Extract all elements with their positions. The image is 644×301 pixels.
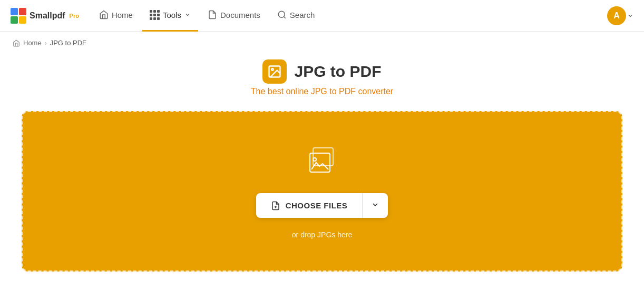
- tool-icon-wrap: [262, 59, 287, 84]
- user-avatar: A: [607, 6, 626, 25]
- pro-badge: Pro: [70, 13, 79, 19]
- choose-files-button[interactable]: CHOOSE FILES: [256, 193, 363, 218]
- svg-point-10: [313, 158, 316, 161]
- nav-tools[interactable]: Tools: [142, 0, 198, 32]
- grid-icon: [150, 10, 160, 20]
- choose-files-label: CHOOSE FILES: [286, 201, 348, 210]
- brand-logo[interactable]: Smallpdf Pro: [11, 8, 79, 24]
- choose-files-button-wrap: CHOOSE FILES: [256, 193, 388, 218]
- image-stack-icon: [304, 144, 340, 180]
- svg-point-4: [278, 11, 285, 17]
- svg-rect-1: [19, 8, 26, 15]
- nav-home-label: Home: [112, 11, 133, 19]
- jpg-to-pdf-icon: [267, 64, 282, 79]
- nav-tools-label: Tools: [163, 11, 181, 19]
- brand-name: Smallpdf: [30, 11, 65, 21]
- nav-items: Home Tools Documents: [92, 0, 607, 32]
- svg-point-7: [272, 68, 274, 71]
- breadcrumb: Home › JPG to PDF: [0, 32, 644, 54]
- breadcrumb-home-icon: [13, 39, 20, 47]
- svg-rect-0: [11, 8, 18, 15]
- nav-search[interactable]: Search: [270, 0, 323, 32]
- breadcrumb-separator: ›: [45, 39, 47, 47]
- nav-documents[interactable]: Documents: [200, 0, 268, 32]
- tools-chevron-icon: [184, 12, 191, 18]
- svg-line-5: [284, 16, 285, 18]
- page-subtitle: The best online JPG to PDF converter: [251, 87, 393, 96]
- page-title: JPG to PDF: [294, 63, 381, 81]
- page-title-section: JPG to PDF: [262, 59, 381, 84]
- avatar-chevron-icon: [627, 13, 633, 19]
- dropdown-chevron-icon: [371, 200, 379, 209]
- page-content: JPG to PDF The best online JPG to PDF co…: [0, 54, 644, 293]
- choose-files-dropdown-button[interactable]: [363, 193, 388, 218]
- avatar-letter: A: [613, 11, 620, 21]
- breadcrumb-home-link[interactable]: Home: [23, 39, 42, 47]
- nav-home[interactable]: Home: [92, 0, 140, 32]
- breadcrumb-current: JPG to PDF: [50, 39, 86, 47]
- nav-documents-label: Documents: [220, 11, 260, 19]
- navbar: Smallpdf Pro Home Tools: [0, 0, 644, 32]
- file-upload-icon: [271, 201, 280, 210]
- drop-zone[interactable]: CHOOSE FILES or drop JPGs here: [22, 111, 622, 272]
- drop-hint-text: or drop JPGs here: [292, 230, 352, 239]
- svg-rect-2: [11, 16, 18, 24]
- home-icon: [99, 10, 109, 19]
- svg-rect-3: [19, 16, 26, 24]
- documents-icon: [208, 10, 217, 19]
- search-icon: [277, 10, 287, 19]
- nav-search-label: Search: [290, 11, 315, 19]
- user-avatar-wrap[interactable]: A: [607, 6, 633, 25]
